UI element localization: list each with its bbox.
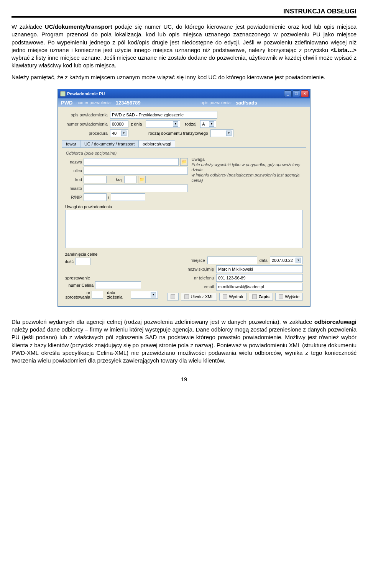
nazwisko-input[interactable]	[216, 265, 303, 273]
chevron-down-icon: ▾	[226, 131, 232, 136]
zapis-button[interactable]: Zapis	[249, 293, 273, 301]
nazwa-label: nazwa	[65, 160, 82, 164]
procedura-value: 40	[112, 131, 117, 136]
minimize-button[interactable]: _	[284, 90, 292, 97]
p5: Należy pamiętać, że z każdym miejscem uz…	[12, 74, 356, 81]
page-header-title: INSTRUKCJA OBSŁUGI	[12, 8, 356, 15]
utworz-xml-button[interactable]: Utwórz XML	[181, 293, 217, 301]
p3b: wybrać z listy inne miejsce uznane.	[12, 54, 102, 61]
z-dnia-select[interactable]: ▾	[146, 120, 180, 128]
close-button[interactable]: ×	[301, 90, 309, 97]
chevron-down-icon: ▾	[296, 258, 301, 263]
uwaga-title: Uwaga	[192, 157, 303, 162]
rodzaj-dok-select[interactable]: ▾	[210, 129, 233, 137]
odbiorca-group-label: Odbiorca (pole opcjonalne)	[66, 151, 303, 155]
chevron-down-icon: ▾	[173, 121, 178, 127]
p1-pre: W zakładce	[12, 23, 45, 30]
tab-odbiorca-pane: Odbiorca (pole opcjonalne) nazwa📁 ulica …	[62, 147, 306, 303]
ulica-input[interactable]	[84, 167, 188, 175]
ilosc-input[interactable]	[75, 258, 90, 265]
p3-bold: <Lista…>	[330, 47, 356, 53]
chevron-down-icon: ▾	[121, 131, 127, 136]
wyjscie-button[interactable]: Wyjście	[275, 293, 303, 301]
uwaga-text2: w imieniu odbiorcy (posiadaczem pozwolen…	[192, 173, 303, 183]
miejsce-input[interactable]	[207, 256, 257, 264]
tab-towar[interactable]: towar	[62, 140, 80, 147]
numer-pozw-label: numer pozwolenia:	[76, 100, 112, 105]
uwagi-textarea[interactable]	[65, 210, 303, 248]
save-icon	[252, 294, 257, 299]
numer-celina-input[interactable]	[95, 281, 141, 289]
app-window: Powiadomienie PU _ □ × PWD numer pozwole…	[58, 89, 310, 307]
form-top: opis powiadomienia numer powiadomienia z…	[58, 107, 310, 306]
exit-icon	[279, 294, 283, 299]
document-body: W zakładce UC/dokumenty/transport podaje…	[12, 23, 356, 81]
tab-odbiorca-uwagi[interactable]: odbiorca/uwagi	[138, 140, 175, 147]
app-icon	[60, 91, 66, 96]
telefon-input[interactable]	[216, 274, 303, 282]
rnip-input[interactable]	[84, 193, 107, 201]
rodzaj-value: A	[202, 122, 205, 126]
ulica-label: ulica	[65, 168, 82, 173]
rodzaj-dok-label: rodzaj dokumentu tranzytowego	[148, 131, 208, 136]
uwaga-text1: Pole należy wypełnić tylko w przypadku, …	[192, 162, 303, 173]
xml-icon	[184, 294, 189, 299]
opis-pozw-label: opis pozwolenia:	[200, 100, 232, 105]
nazwa-input[interactable]	[84, 158, 179, 166]
rnip-label: R/NIP	[65, 195, 82, 199]
uwagi-label: Uwagi do powiadomienia	[65, 204, 303, 209]
folder-icon: 📁	[182, 160, 186, 164]
document-body-2: Dla pozwoleń wydanych dla agencji celnej…	[12, 318, 356, 365]
numer-celina-label: numer Celina	[65, 283, 94, 287]
numer-pow-input[interactable]	[110, 120, 128, 128]
chevron-down-icon: ▾	[151, 292, 156, 297]
rnip2-input[interactable]	[111, 193, 145, 201]
pwd-label: PWD	[61, 100, 72, 106]
refresh-icon	[171, 294, 175, 299]
data-select[interactable]: 2007.03.22▾	[270, 256, 303, 264]
chevron-down-icon: ▾	[209, 121, 214, 127]
embedded-screenshot: Powiadomienie PU _ □ × PWD numer pozwole…	[12, 89, 356, 307]
opis-pow-input[interactable]	[110, 111, 217, 119]
procedura-select[interactable]: 40▾	[110, 129, 128, 137]
print-icon	[223, 294, 227, 299]
maximize-button[interactable]: □	[292, 90, 300, 97]
page-number: 19	[12, 376, 356, 382]
utworz-xml-label: Utwórz XML	[191, 294, 214, 299]
opis-pow-label: opis powiadomienia	[62, 113, 108, 117]
wyjscie-label: Wyjście	[285, 294, 299, 299]
rodzaj-select[interactable]: A▾	[200, 120, 216, 128]
kraj-input[interactable]	[124, 176, 136, 183]
rodzaj-label: rodzaj	[185, 122, 196, 126]
wydruk-button[interactable]: Wydruk	[219, 293, 246, 301]
nazwa-lookup-button[interactable]: 📁	[180, 158, 188, 166]
tabs: towar UC / dokumenty / transport odbiorc…	[62, 140, 306, 147]
wydruk-label: Wydruk	[229, 294, 243, 299]
email-input[interactable]	[216, 283, 303, 291]
telefon-label: nr telefonu	[194, 276, 214, 280]
miasto-label: miasto	[65, 186, 82, 191]
folder-icon: 📁	[140, 177, 144, 181]
tab-uc-dokumenty[interactable]: UC / dokumenty / transport	[80, 140, 139, 147]
kraj-lookup-button[interactable]: 📁	[138, 176, 146, 183]
kod-input[interactable]	[84, 176, 107, 183]
sprostowanie-label: sprostowanie	[65, 276, 158, 280]
data-zloz-label: data złożenia	[107, 290, 129, 299]
kod-label: kod	[65, 177, 82, 182]
z-dnia-label: z dnia	[131, 122, 142, 126]
numer-pozw-value: 123456789	[116, 100, 141, 106]
zapis-label: Zapis	[258, 294, 269, 299]
email-label: email	[204, 284, 214, 289]
nr-sprost-label: nr sprostowania	[65, 290, 90, 299]
miasto-input[interactable]	[84, 185, 188, 192]
p6a: Dla pozwoleń wydanych dla agencji celnej…	[12, 318, 314, 325]
window-title: Powiadomienie PU	[67, 91, 105, 96]
pwd-banner: PWD numer pozwolenia: 123456789 opis poz…	[58, 98, 310, 107]
ilosc-label: ilość	[65, 259, 74, 264]
data-zloz-select[interactable]: ▾	[131, 291, 158, 299]
miejsce-label: miejsce	[191, 258, 205, 263]
nr-sprost-input[interactable]	[92, 291, 103, 299]
procedura-label: procedura	[62, 131, 108, 136]
kraj-label: kraj	[116, 177, 123, 182]
refresh-button[interactable]	[167, 293, 179, 301]
